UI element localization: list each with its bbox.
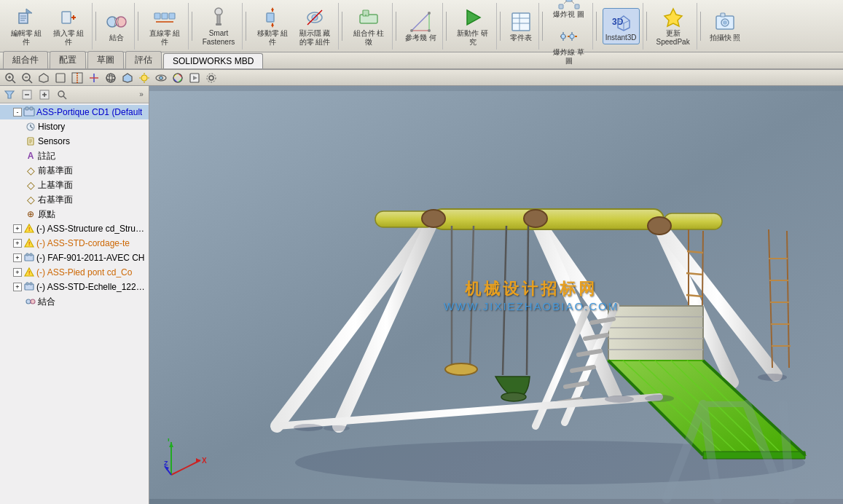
tree-faf-toggle[interactable]: + <box>13 253 22 262</box>
zoom-out-btn[interactable] <box>20 71 34 84</box>
3d-scene <box>149 86 843 504</box>
tree-right-item[interactable]: ◇ 右基準面 <box>0 192 149 207</box>
svg-point-143 <box>501 393 526 401</box>
tree-front-item[interactable]: ◇ 前基準面 <box>0 163 149 178</box>
lights-btn[interactable] <box>137 71 152 84</box>
tree-pied-toggle[interactable]: + <box>13 268 22 277</box>
render-btn[interactable] <box>187 71 202 84</box>
tree-origin-icon: ⊕ <box>25 208 36 220</box>
tree-top-plane-icon: ◇ <box>25 179 36 191</box>
tree-annot-icon: A <box>25 150 36 162</box>
linear-pattern-icon <box>153 6 176 29</box>
tree-echelle-toggle[interactable]: + <box>13 283 22 291</box>
toolbar-separator-8 <box>500 12 501 41</box>
svg-point-33 <box>428 29 431 32</box>
svg-point-98 <box>58 91 64 97</box>
svg-marker-1 <box>26 9 32 13</box>
bom-label: 零件表 <box>510 34 532 42</box>
tree-pied-item[interactable]: + ! (-) ASS-Pied pont cd_Co <box>0 265 149 280</box>
svg-point-60 <box>723 20 727 25</box>
svg-point-77 <box>106 74 115 82</box>
insert-part-button[interactable]: 插入零 組件 <box>48 4 89 49</box>
svg-marker-21 <box>271 25 274 28</box>
tab-mbd[interactable]: SOLIDWORKS MBD <box>163 53 263 68</box>
tree-history-item[interactable]: History <box>0 119 149 134</box>
svg-rect-15 <box>217 15 220 25</box>
tree-echelle-item[interactable]: + (-) ASS-STD-Echelle_12252. <box>0 280 149 294</box>
tree-sensors-item[interactable]: Sensors <box>0 134 149 149</box>
3d-viewport[interactable]: 机械设计招标网 WWW.JIXIEZHAOBIAO.COM X Y Z <box>149 86 843 504</box>
snapshot-button[interactable]: 拍攝快 照 <box>707 8 744 44</box>
toolbar-group-snapshot: 拍攝快 照 <box>704 3 747 50</box>
svg-rect-16 <box>216 23 221 25</box>
panel-expand-btn[interactable]: » <box>136 87 147 102</box>
instant3d-button[interactable]: 3D Instant3D <box>603 8 640 44</box>
tab-assembly[interactable]: 組合件 <box>3 51 48 68</box>
mate-icon <box>105 10 128 34</box>
tree-faf-label: (-) FAF-901-2011-AVEC CH <box>36 253 144 263</box>
tree-combine-icon <box>25 296 36 307</box>
color-btn[interactable] <box>170 71 185 84</box>
toolbar-separator-5 <box>342 12 342 41</box>
assembly-feature-button[interactable]: 組合件 柱徵 <box>348 4 389 49</box>
view-mode-btn[interactable] <box>103 71 118 84</box>
tree-combine-item[interactable]: 結合 <box>0 294 149 309</box>
filter-btn[interactable] <box>1 87 17 102</box>
bom-button[interactable]: 零件表 <box>506 8 536 44</box>
tree-root-toggle[interactable]: - <box>13 108 22 117</box>
origin-btn[interactable] <box>87 71 101 84</box>
tab-config[interactable]: 配置 <box>50 51 86 68</box>
toolbar-separator-6 <box>396 12 396 41</box>
ref-geometry-button[interactable]: 參考幾 何 <box>402 8 439 44</box>
tree-root-item[interactable]: - ASS-Portique CD1 (Default <box>0 105 149 119</box>
feature-tree: - ASS-Portique CD1 (Default History <box>0 103 149 504</box>
tree-top-item[interactable]: ◇ 上基準面 <box>0 178 149 192</box>
view-3d-btn[interactable] <box>36 71 51 84</box>
linear-pattern-button[interactable]: 直線零 組件 <box>144 4 185 49</box>
mate-button[interactable]: 結合 <box>102 8 131 44</box>
svg-point-137 <box>648 217 671 235</box>
explode-view-button[interactable]: 爆炸視 圖 <box>550 0 587 21</box>
tree-history-label: History <box>38 122 65 132</box>
tree-origin-item[interactable]: ⊕ 原點 <box>0 207 149 221</box>
svg-text:!: ! <box>28 241 30 246</box>
move-component-button[interactable]: 移動零 組件 <box>252 4 293 49</box>
tab-sketch[interactable]: 草圖 <box>87 51 124 68</box>
zoom-fit-btn[interactable] <box>3 71 17 84</box>
tree-faf-item[interactable]: + (-) FAF-901-2011-AVEC CH <box>0 251 149 265</box>
svg-rect-101 <box>26 107 28 110</box>
edit-part-button[interactable]: 編輯零 組件 <box>6 4 47 49</box>
insert-part-icon <box>57 6 80 29</box>
hide-show-btn[interactable] <box>154 71 168 84</box>
tree-annot-item[interactable]: A 註記 <box>0 149 149 163</box>
search-btn[interactable] <box>54 87 70 102</box>
toolbar-group-motion: 新動作 研究 <box>450 3 497 50</box>
shaded-btn[interactable] <box>120 71 135 84</box>
svg-point-135 <box>422 210 445 227</box>
speedpak-button[interactable]: 更新 SpeedPak <box>653 4 694 49</box>
new-motion-button[interactable]: 新動作 研究 <box>452 4 493 49</box>
settings-btn[interactable] <box>204 71 219 84</box>
explode-sketch-button[interactable]: 爆炸線 草圖 <box>549 23 589 68</box>
show-hidden-button[interactable]: 顯示隱 藏的零 組件 <box>294 4 335 49</box>
tree-front-plane-icon: ◇ <box>25 165 36 176</box>
show-hidden-icon <box>303 6 326 29</box>
section-view-btn[interactable] <box>70 71 85 84</box>
tree-struct-toggle[interactable]: + <box>13 224 22 233</box>
tree-cord-item[interactable]: + ! (-) ASS-STD-cordage-te <box>0 236 149 251</box>
view-wire-btn[interactable] <box>53 71 68 84</box>
tab-evaluate[interactable]: 評估 <box>125 51 162 68</box>
tree-struct-item[interactable]: + ! (-) ASS-Structure cd_Structu <box>0 221 149 236</box>
toolbar-separator-3 <box>192 12 192 41</box>
collapse-all-btn[interactable] <box>19 87 35 102</box>
tree-sensors-label: Sensors <box>38 136 70 146</box>
toolbar-group-linear: 直線零 組件 <box>141 3 189 50</box>
tree-cord-toggle[interactable]: + <box>13 239 22 248</box>
svg-point-136 <box>524 210 547 227</box>
smart-fasteners-button[interactable]: Smart Fasteners <box>198 4 239 49</box>
assembly-feature-label: 組合件 柱徵 <box>351 29 386 47</box>
expand-all-btn[interactable] <box>36 87 52 102</box>
tree-struct-icon: ! <box>23 223 35 235</box>
explode-view-icon <box>557 0 581 10</box>
svg-point-91 <box>207 74 216 82</box>
